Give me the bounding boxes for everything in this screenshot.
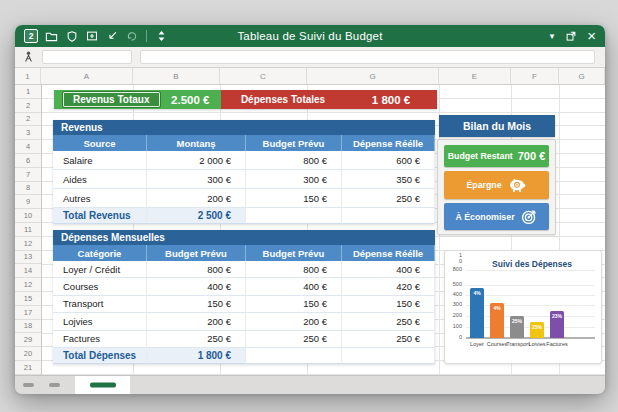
restore-window-icon[interactable] [564,30,577,43]
cell[interactable]: 300 € [246,170,342,189]
row-header[interactable]: 13 [15,251,41,265]
cell[interactable]: Courses [53,278,147,295]
cell[interactable]: 250 € [342,331,435,348]
revenue-banner[interactable]: Revenus Totaux 2.500 € [54,90,221,109]
column-header-b[interactable]: B [133,68,220,84]
column-header-g2[interactable]: G [559,68,605,84]
row-header[interactable]: 1 [15,85,41,99]
row-header[interactable]: 20 [15,347,41,361]
title-bar[interactable]: 2 Tableau de Suivi du Budget ▾ [15,25,605,47]
cell[interactable]: 300 € [147,170,246,189]
cell[interactable]: 800 € [246,151,342,170]
shield-icon[interactable] [65,30,78,43]
app-icon[interactable]: 2 [24,29,38,43]
economiser-button[interactable]: À Économiser [444,203,549,230]
cell[interactable]: Lojvies [53,313,147,330]
budget-restant-button[interactable]: Budget Restant 700 € [444,145,549,167]
row-header[interactable]: 3 [15,126,41,140]
header-cell[interactable]: Budget Prévu [147,245,246,261]
epargne-button[interactable]: Épargne [444,171,549,199]
row-header[interactable]: 7 [15,168,41,182]
cell[interactable]: 200 € [147,313,246,330]
cell[interactable]: Aides [53,170,147,189]
cell[interactable]: Loyer / Crédit [53,261,147,278]
cell[interactable]: 250 € [246,331,342,348]
row-header[interactable]: 6 [15,154,41,168]
cell[interactable]: 350 € [342,170,435,189]
cell[interactable]: 150 € [342,296,435,313]
total-label-cell[interactable]: Total Revenus [53,208,147,224]
header-cell[interactable]: Montanş [147,135,246,151]
sheet-nav-button[interactable] [49,383,60,387]
cell[interactable]: 800 € [246,261,342,278]
sheet-nav-button[interactable] [23,383,34,387]
row-header[interactable]: 12 [15,237,41,251]
cell[interactable]: 200 € [246,313,342,330]
row-header[interactable]: 2 [15,99,41,113]
header-cell[interactable]: Dépense Réélle [342,245,435,261]
cell[interactable]: 2 000 € [147,151,246,170]
cell[interactable]: 250 € [342,189,435,208]
cell[interactable]: Salaire [53,151,147,170]
revenue-banner-label[interactable]: Revenus Totaux [63,92,160,107]
cell[interactable]: 150 € [246,189,342,208]
cell[interactable]: 200 € [147,189,246,208]
cell[interactable]: 800 € [147,261,246,278]
active-sheet-tab[interactable] [75,376,130,394]
row-header[interactable]: 18 [15,320,41,334]
row-header[interactable]: 14 [15,264,41,278]
dropdown-caret-icon[interactable]: ▾ [550,32,555,41]
row-header[interactable]: 4 [15,140,41,154]
cell[interactable] [246,348,342,364]
undo-icon[interactable] [105,30,118,43]
cell[interactable]: 400 € [246,278,342,295]
cell[interactable]: 150 € [246,296,342,313]
revenus-table-title[interactable]: Revenus [53,120,435,135]
row-header[interactable]: 2 [15,113,41,127]
row-header[interactable]: 9 [15,195,41,209]
name-box[interactable] [42,50,132,64]
cell[interactable] [246,208,342,224]
total-value-cell[interactable]: 1 800 € [147,348,246,364]
row-header[interactable]: 21 [15,361,41,375]
expenses-chart[interactable]: Suivi des Dépenses 1 0 800 500 400 300 2… [444,250,602,364]
cell[interactable] [342,208,435,224]
row-header[interactable]: 15 [15,292,41,306]
cell[interactable]: 400 € [342,261,435,278]
row-header[interactable]: 10 [15,209,41,223]
header-cell[interactable]: Budget Prévu [246,245,342,261]
column-header-a[interactable]: A [41,68,133,84]
row-header[interactable]: 12 [15,278,41,292]
header-cell[interactable]: Budget Prévu [246,135,342,151]
cell[interactable]: Transport [53,296,147,313]
column-header-g1[interactable]: G [307,68,439,84]
cell[interactable] [342,348,435,364]
cell[interactable]: 250 € [342,313,435,330]
formula-input[interactable] [140,50,595,64]
spreadsheet-grid[interactable]: 1 2 2 3 4 6 7 8 9 10 11 12 13 14 12 15 1… [15,85,605,375]
header-cell[interactable]: Source [53,135,147,151]
row-header[interactable]: 11 [15,223,41,237]
header-cell[interactable]: Dépense Réélle [342,135,435,151]
cell[interactable]: 420 € [342,278,435,295]
cell[interactable]: 600 € [342,151,435,170]
cell[interactable]: Factures [53,331,147,348]
cell[interactable]: Autres [53,189,147,208]
revenue-banner-value[interactable]: 2.500 € [160,94,222,106]
expense-banner-label[interactable]: Dépenses Totales [221,94,345,105]
select-all-corner[interactable]: 1 [15,68,41,84]
total-label-cell[interactable]: Total Dépenses [53,348,147,364]
expense-banner[interactable]: Dépenses Totales 1 800 € [221,90,437,109]
row-header[interactable]: 29 [15,333,41,347]
column-header-c[interactable]: C [220,68,307,84]
depenses-table-title[interactable]: Dépenses Mensuelles [53,230,435,245]
cell[interactable]: 150 € [147,296,246,313]
row-header[interactable]: 8 [15,182,41,196]
close-icon[interactable]: × [587,28,596,43]
cell[interactable]: 250 € [147,331,246,348]
add-box-icon[interactable] [85,30,98,43]
folder-icon[interactable] [45,30,58,43]
column-header-e[interactable]: E [439,68,511,84]
row-header[interactable]: 17 [15,306,41,320]
expense-banner-value[interactable]: 1 800 € [345,94,437,106]
